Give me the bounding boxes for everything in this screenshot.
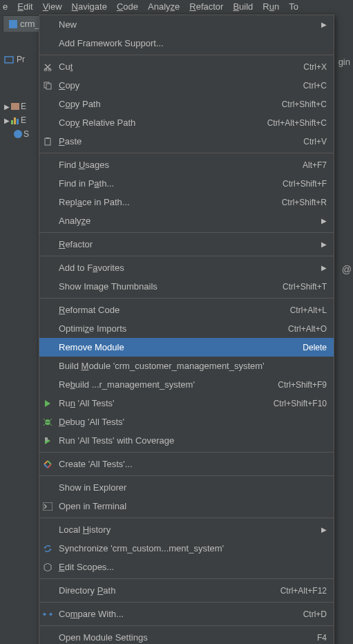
- project-tree-item[interactable]: S: [4, 129, 29, 139]
- cut-icon: [39, 63, 56, 71]
- menu-refactor[interactable]: Refactor▶: [39, 235, 334, 254]
- project-tree-item[interactable]: ▶ E: [4, 102, 29, 111]
- menu-run-tests[interactable]: Run 'All Tests'Ctrl+Shift+F10: [39, 394, 334, 413]
- menu-build-module[interactable]: Build Module 'crm_customer_management_sy…: [39, 357, 334, 375]
- menu-separator: [39, 475, 334, 476]
- menu-code[interactable]: Code: [117, 1, 138, 13]
- menu-run-coverage[interactable]: Run 'All Tests' with Coverage: [39, 431, 334, 450]
- sync-icon: [39, 544, 56, 553]
- paste-icon: [39, 138, 56, 146]
- copy-icon: [39, 82, 56, 90]
- menu-reformat-code[interactable]: Reformat CodeCtrl+Alt+L: [39, 301, 334, 319]
- menu-edit-scopes[interactable]: Edit Scopes...: [39, 558, 334, 576]
- menu-paste[interactable]: PasteCtrl+V: [39, 132, 334, 151]
- menu-show-image-thumbnails[interactable]: Show Image ThumbnailsCtrl+Shift+T: [39, 277, 334, 296]
- context-menu: New▶ Add Framework Support... CutCtrl+X …: [39, 15, 334, 644]
- menu-add-framework[interactable]: Add Framework Support...: [39, 34, 334, 53]
- menu-find-usages[interactable]: Find UsagesAlt+F7: [39, 155, 334, 174]
- menu-separator: [39, 452, 334, 453]
- menu-replace-in-path[interactable]: Replace in Path...Ctrl+Shift+R: [39, 193, 334, 211]
- menu-add-favorites[interactable]: Add to Favorites▶: [39, 258, 334, 277]
- menu-edit[interactable]: Edit: [17, 1, 32, 13]
- menu-copy[interactable]: CopyCtrl+C: [39, 76, 334, 95]
- menu-build[interactable]: Build: [233, 1, 253, 13]
- menu-separator: [39, 55, 334, 55]
- menu-new[interactable]: New▶: [39, 15, 334, 34]
- expand-arrow-icon: ▶: [4, 103, 10, 111]
- menu-open-module-settings[interactable]: Open Module SettingsF4: [39, 628, 334, 644]
- editor-text-fragment: @: [342, 264, 352, 275]
- menu-separator: [39, 153, 334, 153]
- coverage-icon: [39, 437, 56, 445]
- menu-separator: [39, 298, 334, 299]
- project-sidebar: Pr ▶ E ▶ E S: [0, 32, 39, 644]
- svg-rect-13: [43, 502, 53, 511]
- menu-view[interactable]: View: [43, 1, 62, 13]
- scratches-icon: [14, 130, 22, 138]
- menu-separator: [39, 518, 334, 518]
- menubar: e Edit View Navigate Code Analyze Refact…: [0, 0, 353, 15]
- svg-rect-5: [45, 138, 50, 145]
- menu-local-history[interactable]: Local History▶: [39, 520, 334, 539]
- menu-open-terminal[interactable]: Open in Terminal: [39, 497, 334, 515]
- scope-icon: [39, 563, 56, 571]
- menu-directory-path[interactable]: Directory PathCtrl+Alt+F12: [39, 581, 334, 600]
- menu-copy-path[interactable]: Copy PathCtrl+Shift+C: [39, 95, 334, 113]
- chevron-right-icon: ▶: [318, 217, 327, 225]
- menu-separator: [39, 602, 334, 603]
- project-tab[interactable]: Pr: [4, 55, 39, 64]
- svg-rect-4: [46, 84, 51, 89]
- libraries-icon: [11, 116, 19, 124]
- menu-run[interactable]: Run: [263, 1, 279, 13]
- menu-separator: [39, 625, 334, 626]
- menu-analyze[interactable]: Analyze: [148, 1, 180, 13]
- tree-label: E: [21, 115, 26, 125]
- menu-refactor[interactable]: Refactor: [189, 1, 223, 13]
- chevron-right-icon: ▶: [318, 21, 327, 28]
- menu-cut[interactable]: CutCtrl+X: [39, 57, 334, 76]
- run-icon: [39, 399, 56, 408]
- svg-line-12: [50, 424, 52, 426]
- menu-find-in-path[interactable]: Find in Path...Ctrl+Shift+F: [39, 174, 334, 193]
- svg-line-11: [44, 424, 45, 426]
- menu-navigate[interactable]: Navigate: [72, 1, 107, 13]
- terminal-icon: [39, 502, 56, 511]
- chevron-right-icon: ▶: [318, 526, 327, 533]
- menu-analyze[interactable]: Analyze▶: [39, 211, 334, 230]
- debug-icon: [39, 418, 56, 426]
- menu-synchronize[interactable]: Synchronize 'crm_custom...ment_system': [39, 539, 334, 558]
- menu-separator: [39, 256, 334, 256]
- folder-icon: [11, 103, 19, 110]
- tree-label: S: [23, 129, 29, 139]
- menu-separator: [39, 578, 334, 579]
- svg-rect-6: [46, 138, 49, 139]
- compare-icon: [39, 610, 56, 618]
- menu-debug-tests[interactable]: Debug 'All Tests': [39, 413, 334, 431]
- menu-tools[interactable]: To: [289, 1, 298, 13]
- tree-label: E: [21, 102, 26, 111]
- menu-separator: [39, 232, 334, 233]
- chevron-right-icon: ▶: [318, 240, 327, 248]
- menu-optimize-imports[interactable]: Optimize ImportsCtrl+Alt+O: [39, 319, 334, 338]
- editor-text-fragment: gin: [338, 57, 350, 67]
- menu-rebuild[interactable]: Rebuild ...r_management_system'Ctrl+Shif…: [39, 375, 334, 394]
- svg-line-10: [50, 419, 52, 420]
- module-icon: [9, 20, 17, 28]
- expand-arrow-icon: ▶: [4, 117, 10, 124]
- svg-rect-0: [5, 57, 13, 63]
- menu-compare-with[interactable]: Compare With...Ctrl+D: [39, 605, 334, 623]
- create-config-icon: [39, 460, 56, 468]
- menu-file[interactable]: e: [3, 1, 8, 13]
- menu-remove-module[interactable]: Remove ModuleDelete: [39, 338, 334, 357]
- menu-copy-relative-path[interactable]: Copy Relative PathCtrl+Alt+Shift+C: [39, 113, 334, 132]
- chevron-right-icon: ▶: [318, 264, 327, 272]
- menu-show-explorer[interactable]: Show in Explorer: [39, 478, 334, 497]
- menu-create-tests[interactable]: Create 'All Tests'...: [39, 455, 334, 473]
- svg-line-9: [44, 419, 45, 420]
- project-icon: [4, 55, 14, 64]
- project-label: Pr: [17, 55, 25, 64]
- project-tree-item[interactable]: ▶ E: [4, 115, 29, 125]
